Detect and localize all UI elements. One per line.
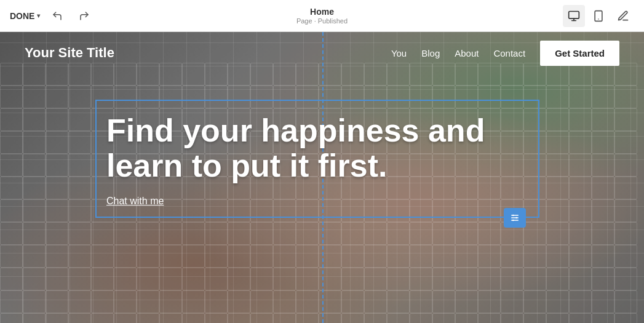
hero-cta-link[interactable]: Chat with me [106,196,164,206]
svg-rect-5 [511,215,519,216]
site-title[interactable]: Your Site Title [25,45,114,61]
desktop-icon [568,10,580,22]
done-label: DONE [10,11,34,21]
svg-point-9 [515,217,517,219]
toolbar-right [563,5,634,27]
page-title: Home [296,7,348,17]
block-settings-icon [510,213,520,223]
pencil-ruler-icon [617,10,629,22]
svg-point-10 [512,220,514,221]
edit-tools-button[interactable] [612,5,634,27]
canvas: // Generate squares via JS after body lo… [0,32,644,323]
nav-item-you[interactable]: You [391,48,407,58]
svg-point-8 [512,215,514,217]
block-settings-button[interactable] [504,208,526,228]
svg-rect-7 [511,220,519,221]
hero-content-block[interactable]: Find your happiness and learn to put it … [95,100,539,218]
mobile-view-button[interactable] [587,5,610,27]
get-started-button[interactable]: Get Started [540,41,619,66]
hero-headline: Find your happiness and learn to put it … [106,113,528,183]
undo-icon [52,10,63,22]
undo-button[interactable] [47,6,67,26]
toolbar-left: DONE ▾ [10,6,94,26]
toolbar-center: Home Page · Published [296,7,348,25]
nav-item-blog[interactable]: Blog [421,48,440,58]
done-button[interactable]: DONE ▾ [10,11,40,21]
chevron-down-icon: ▾ [37,12,40,19]
nav-item-about[interactable]: About [455,48,479,58]
nav-item-contact[interactable]: Contact [493,48,525,58]
redo-button[interactable] [74,6,94,26]
redo-icon [79,10,90,22]
desktop-view-button[interactable] [563,5,585,27]
toolbar: DONE ▾ Home Page · Published [0,0,644,32]
page-status: Page · Published [296,17,348,25]
svg-rect-6 [511,218,519,218]
site-nav: Your Site Title You Blog About Contact G… [0,32,644,74]
mobile-icon [592,10,605,22]
nav-links: You Blog About Contact Get Started [391,41,619,66]
svg-rect-0 [569,11,579,18]
svg-rect-3 [595,10,602,21]
